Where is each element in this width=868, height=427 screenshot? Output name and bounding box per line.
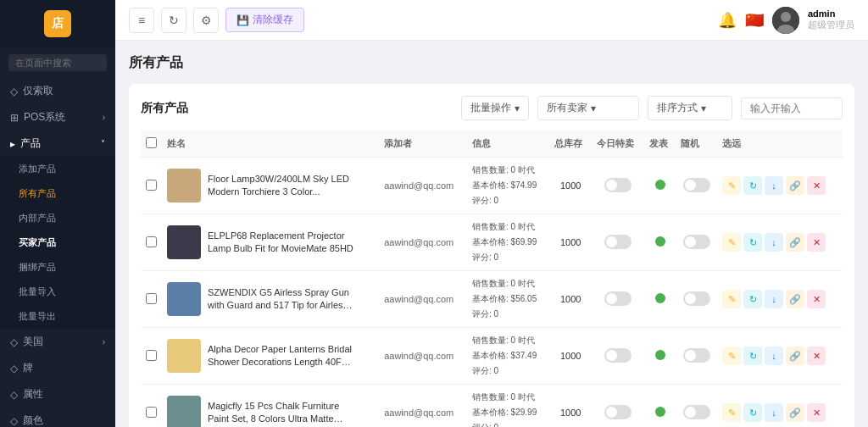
product-supplier: aawind@qq.com [379,385,467,428]
product-rating: 评分: 0 [472,420,544,427]
random-toggle[interactable] [683,291,710,306]
random-toggle[interactable] [683,348,710,363]
topbar: ≡ ↻ ⚙ 💾 清除缓存 🔔 🇨🇳 admin 超级管理员 [115,0,868,41]
delete-button[interactable]: ✕ [807,233,826,252]
sidebar-item-buyer-products[interactable]: 买家产品 [0,230,115,255]
search-input[interactable] [741,97,843,119]
brand-icon: ◇ [10,363,18,374]
sidebar-item-bundle-products[interactable]: 捆绑产品 [0,255,115,280]
sidebar-item-internal-products[interactable]: 内部产品 [0,206,115,230]
sidebar-item-add-product[interactable]: 添加产品 [0,157,115,181]
product-name-cell: ELPLP68 Replacement Projector Lamp Bulb … [167,225,353,259]
action-buttons: ✎ ↻ ↓ 🔗 ✕ [722,233,837,252]
refresh-button[interactable]: ↻ [743,233,762,252]
select-all-checkbox[interactable] [146,137,157,148]
colors-icon: ◇ [10,415,18,427]
today-deal-toggle[interactable] [604,235,632,249]
random-toggle[interactable] [683,405,710,419]
sidebar-item-colors[interactable]: ◇颜色 [0,408,115,427]
delete-button[interactable]: ✕ [807,290,826,308]
row-checkbox-3[interactable] [146,350,157,361]
link-button[interactable]: 🔗 [786,233,804,252]
bulk-action-select[interactable]: 批量操作 ▾ [461,96,529,120]
refresh-button[interactable]: ↻ [743,290,762,308]
edit-button[interactable]: ✎ [722,403,741,422]
sidebar-item-bulk-import[interactable]: 批量导入 [0,280,115,304]
product-price: 基本价格: $29.99 [472,405,544,420]
product-info: 销售数量: 0 时代 基本价格: $69.99 评分: 0 [472,219,544,265]
today-deal-toggle[interactable] [604,348,632,363]
edit-button[interactable]: ✎ [722,290,741,308]
link-button[interactable]: 🔗 [786,290,804,308]
delete-button[interactable]: ✕ [807,176,826,195]
edit-button[interactable]: ✎ [722,176,741,195]
link-button[interactable]: 🔗 [786,403,804,422]
sidebar-item-brand[interactable]: ◇牌 [0,355,115,381]
row-checkbox-2[interactable] [146,293,157,304]
product-name: ELPLP68 Replacement Projector Lamp Bulb … [208,230,353,256]
publish-dot [655,293,665,303]
menu-button[interactable]: ≡ [129,8,154,33]
download-button[interactable]: ↓ [765,403,783,422]
product-name: Alpha Decor Paper Lanterns Bridal Shower… [208,343,353,369]
product-supplier: aawind@qq.com [379,214,467,271]
sidebar-search-input[interactable] [8,54,107,71]
sidebar-item-dashboard[interactable]: ◇仅索取 [0,78,115,104]
sidebar-item-attributes[interactable]: ◇属性 [0,381,115,408]
admin-avatar[interactable] [772,7,799,34]
table-card: 所有产品 批量操作 ▾ 所有卖家 ▾ 排序方式 ▾ [129,84,854,427]
product-info: 销售数量: 0 时代 基本价格: $29.99 评分: 0 [472,390,544,427]
sidebar-item-usa[interactable]: ◇美国 › [0,329,115,355]
sidebar-item-products[interactable]: ▸产品 ˅ [0,130,115,157]
row-checkbox-1[interactable] [146,236,157,247]
products-chevron-icon: ˅ [101,139,105,148]
random-toggle[interactable] [683,178,710,192]
table-row: SZWENDIX G5 Airless Spray Gun with Guard… [141,271,843,328]
products-table: 姓名 添加者 信息 总库存 今日特卖 发表 随机 选远 Floor Lamp30… [141,130,843,427]
settings-button[interactable]: ⚙ [193,8,219,33]
sidebar-item-bulk-export[interactable]: 批量导出 [0,304,115,329]
table-title: 所有产品 [141,101,188,116]
refresh-button[interactable]: ↻ [161,8,186,33]
product-price: 基本价格: $37.49 [472,348,544,363]
download-button[interactable]: ↓ [765,290,783,308]
row-checkbox-0[interactable] [146,180,157,191]
publish-dot [655,180,665,190]
dashboard-icon: ◇ [10,86,18,97]
download-button[interactable]: ↓ [765,233,783,252]
language-flag[interactable]: 🇨🇳 [745,11,764,30]
table-row: Floor Lamp30W/2400LM Sky LED Modern Torc… [141,158,843,214]
product-rating: 评分: 0 [472,363,544,379]
today-deal-toggle[interactable] [604,291,632,306]
product-stock: 1000 [549,385,592,428]
product-supplier: aawind@qq.com [379,158,467,214]
refresh-button[interactable]: ↻ [743,403,762,422]
link-button[interactable]: 🔗 [786,347,804,365]
row-checkbox-4[interactable] [146,407,157,418]
table-toolbar: 所有产品 批量操作 ▾ 所有卖家 ▾ 排序方式 ▾ [141,96,843,120]
clear-cache-button[interactable]: 💾 清除缓存 [225,8,304,32]
refresh-button[interactable]: ↻ [743,176,762,195]
today-deal-toggle[interactable] [604,405,632,419]
main-content: ≡ ↻ ⚙ 💾 清除缓存 🔔 🇨🇳 admin 超级管理员 所有产品 [115,0,868,427]
edit-button[interactable]: ✎ [722,233,741,252]
download-button[interactable]: ↓ [765,176,783,195]
sidebar-item-pos[interactable]: ⊞POS系统 › [0,104,115,130]
edit-button[interactable]: ✎ [722,347,741,365]
today-deal-toggle[interactable] [604,178,632,192]
download-button[interactable]: ↓ [765,347,783,365]
refresh-button[interactable]: ↻ [743,347,762,365]
product-image [167,282,201,316]
product-image [167,169,201,202]
seller-filter-select[interactable]: 所有卖家 ▾ [537,96,639,120]
delete-button[interactable]: ✕ [807,403,826,422]
product-name: Floor Lamp30W/2400LM Sky LED Modern Torc… [208,173,353,199]
sidebar-item-all-products[interactable]: 所有产品 [0,181,115,206]
product-name-cell: Magicfly 15 Pcs Chalk Furniture Paint Se… [167,396,353,427]
col-action: 选远 [717,130,843,158]
link-button[interactable]: 🔗 [786,176,804,195]
notification-icon[interactable]: 🔔 [718,11,737,30]
sort-select[interactable]: 排序方式 ▾ [648,96,732,120]
random-toggle[interactable] [683,235,710,249]
delete-button[interactable]: ✕ [807,347,826,365]
